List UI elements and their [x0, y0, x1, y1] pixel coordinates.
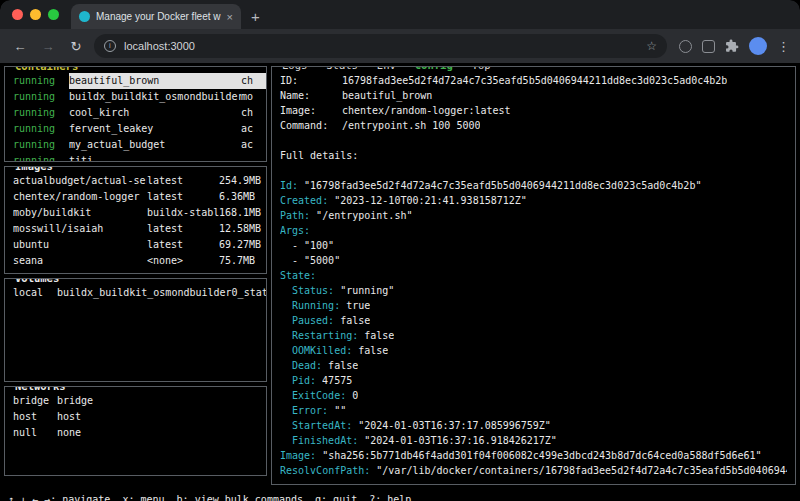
container-row[interactable]: running beautiful_brown ch [5, 73, 266, 89]
images-panel: Images actualbudget/actual-server latest… [4, 166, 267, 274]
browser-menu-icon[interactable]: ⋮ [777, 39, 790, 54]
toolbar-right-icons: ⋮ [675, 37, 790, 55]
network-driver: none [57, 425, 266, 441]
browser-tab[interactable]: Manage your Docker fleet w × [71, 4, 241, 29]
detail-value: "sha256:5b771db46f4add301f04f006082c499e… [322, 448, 762, 463]
config-detail-line: Id: "16798fad3ee5d2f4d72a4c7c35eafd5b5d0… [280, 178, 787, 193]
extension-icon-1[interactable] [679, 40, 692, 53]
config-detail-line: Running: true [280, 298, 787, 313]
image-row[interactable]: chentex/random-logger latest 6.36MB [5, 189, 266, 205]
image-name: seana [13, 253, 147, 269]
image-row[interactable]: mosswill/isaiah latest 12.58MB [5, 221, 266, 237]
config-detail-line: Pid: 47575 [280, 373, 787, 388]
image-row[interactable]: actualbudget/actual-server latest 254.9M… [5, 173, 266, 189]
detail-value: "/var/lib/docker/containers/16798fad3ee5… [376, 463, 787, 478]
full-details-heading: Full details: [280, 148, 787, 163]
image-size: 75.7MB [219, 253, 266, 269]
container-status: running [13, 137, 69, 153]
detail-value: 0 [352, 388, 358, 403]
extension-icon-2[interactable] [702, 40, 715, 53]
inspector-tabs: LogsStatsEnvConfigTop [278, 66, 495, 71]
image-name: actualbudget/actual-server [13, 173, 147, 189]
container-name: fervent_leakey [69, 121, 241, 137]
image-size: 69.27MB [219, 237, 266, 253]
summary-key: Image: [280, 103, 342, 118]
container-status: running [13, 153, 69, 161]
container-row[interactable]: running titi [5, 153, 266, 161]
config-detail-line: OOMKilled: false [280, 343, 787, 358]
detail-key: Paused: [292, 313, 334, 328]
tab-env[interactable]: Env [358, 66, 396, 71]
bookmark-star-icon[interactable]: ☆ [646, 39, 657, 53]
minimize-window-button[interactable] [30, 9, 41, 20]
docker-tui: Containers running beautiful_brown ch ru… [0, 63, 800, 501]
close-window-button[interactable] [12, 9, 23, 20]
detail-value: "2024-01-03T16:37:16.918426217Z" [364, 433, 557, 448]
config-detail-line: Error: "" [280, 403, 787, 418]
forward-button[interactable]: → [38, 39, 58, 54]
extensions-puzzle-icon[interactable] [725, 39, 739, 53]
volume-driver: local [13, 285, 57, 301]
container-row[interactable]: running buildx_buildkit_osmondbuilder0 m… [5, 89, 266, 105]
volume-row[interactable]: local buildx_buildkit_osmondbuilder0_sta… [5, 285, 266, 301]
container-name: titi [69, 153, 241, 161]
tab-close-icon[interactable]: × [227, 11, 233, 23]
container-image-short [241, 153, 266, 161]
containers-panel: Containers running beautiful_brown ch ru… [4, 66, 267, 162]
image-row[interactable]: seana <none> 75.7MB [5, 253, 266, 269]
tab-config[interactable]: Config [396, 66, 453, 71]
container-row[interactable]: running fervent_leakey ac [5, 121, 266, 137]
image-name: ubuntu [13, 237, 147, 253]
detail-value: true [346, 298, 370, 313]
detail-key: Id: [280, 178, 298, 193]
back-button[interactable]: ← [10, 39, 30, 54]
detail-value: "running" [340, 283, 394, 298]
network-name: null [13, 425, 57, 441]
detail-key: ResolvConfPath: [280, 463, 370, 478]
images-list: actualbudget/actual-server latest 254.9M… [5, 167, 266, 273]
help-bar: ↑ ↓ ← →: navigate, x: menu, b: view bulk… [8, 494, 411, 501]
reload-button[interactable]: ↻ [66, 39, 86, 54]
config-detail-line: StartedAt: "2024-01-03T16:37:17.08599675… [280, 418, 787, 433]
network-row[interactable]: null none [5, 425, 266, 441]
config-detail-line: Restarting: false [280, 328, 787, 343]
detail-key: Running: [292, 298, 340, 313]
detail-value: "/entrypoint.sh" [316, 208, 412, 223]
image-row[interactable]: ubuntu latest 69.27MB [5, 237, 266, 253]
summary-value: chentex/random-logger:latest [342, 103, 511, 118]
container-image-short: ac [241, 137, 266, 153]
container-row[interactable]: running cool_kirch ch [5, 105, 266, 121]
image-name: chentex/random-logger [13, 189, 147, 205]
summary-value: /entrypoint.sh 100 5000 [342, 118, 480, 133]
config-detail-line: Args: [280, 223, 787, 238]
browser-toolbar: ← → ↻ i localhost:3000 ☆ ⋮ [0, 29, 800, 63]
address-bar[interactable]: i localhost:3000 ☆ [94, 34, 667, 58]
profile-avatar[interactable] [749, 37, 767, 55]
url-text[interactable]: localhost:3000 [124, 40, 638, 52]
detail-key: Error: [292, 403, 328, 418]
maximize-window-button[interactable] [48, 9, 59, 20]
detail-value: false [340, 313, 370, 328]
detail-key: StartedAt: [292, 418, 352, 433]
container-row[interactable]: running my_actual_budget ac [5, 137, 266, 153]
config-detail-line: Dead: false [280, 358, 787, 373]
tab-top[interactable]: Top [453, 66, 491, 71]
detail-value: "2023-12-10T00:21:41.938158712Z" [334, 193, 527, 208]
network-name: bridge [13, 393, 57, 409]
network-row[interactable]: bridge bridge [5, 393, 266, 409]
detail-value: 47575 [322, 373, 352, 388]
inspector-panel: LogsStatsEnvConfigTop ID: 16798fad3ee5d2… [271, 66, 796, 485]
detail-key: Restarting: [292, 328, 358, 343]
network-row[interactable]: host host [5, 409, 266, 425]
tab-favicon-icon [79, 11, 90, 22]
config-detail-line: ExitCode: 0 [280, 388, 787, 403]
images-panel-title: Images [11, 166, 57, 172]
detail-key: Dead: [292, 358, 322, 373]
image-row[interactable]: moby/buildkit buildx-stable-1 168.1MB [5, 205, 266, 221]
new-tab-button[interactable]: + [251, 9, 260, 24]
tab-stats[interactable]: Stats [307, 66, 358, 71]
site-info-icon[interactable]: i [104, 40, 116, 52]
container-name: my_actual_budget [69, 137, 241, 153]
tab-logs[interactable]: Logs [282, 66, 307, 71]
config-detail-line: Path: "/entrypoint.sh" [280, 208, 787, 223]
